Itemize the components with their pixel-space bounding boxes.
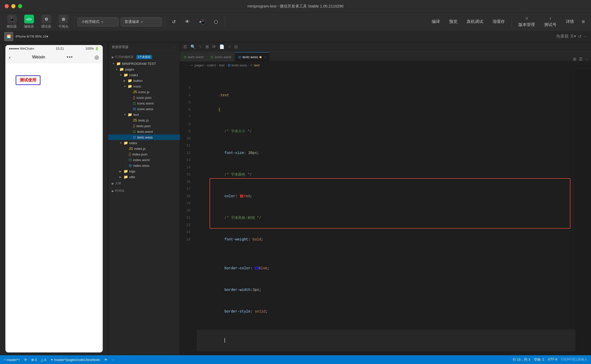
folder-iconc[interactable]: ▼ 📁 iconc [108, 83, 180, 89]
phone-more-icon[interactable]: ••• [67, 55, 73, 60]
search-icon[interactable]: 🔍 [189, 44, 197, 50]
branch-indicator[interactable]: ⑂ master*+ [4, 358, 20, 362]
code-line-5: font-size: 20px; [197, 142, 576, 164]
hamburger-icon[interactable]: ☰ [182, 44, 188, 50]
error-indicator[interactable]: ⊗ 0 [31, 358, 37, 362]
file-iconc-wxml[interactable]: ▶ ⊡ iconc.wxml [108, 100, 180, 106]
more-indicator[interactable]: ··· [112, 358, 115, 362]
folder-utils[interactable]: ▶ 📁 utils [108, 174, 180, 180]
compile-dropdown[interactable]: 普通编译 ▼ [121, 17, 162, 27]
mode-dropdown[interactable]: 小程序模式 ▼ [77, 17, 119, 27]
simulator-button[interactable]: 📱 模拟器 [4, 14, 19, 30]
nav-forward[interactable]: → [189, 63, 194, 68]
js-icon: JS [133, 90, 137, 94]
refresh-button[interactable]: ↺ [168, 18, 179, 26]
outline-section[interactable]: ▶ 大纲 [108, 180, 180, 187]
debugger-button[interactable]: ⚙ 调试器 [39, 14, 54, 30]
breadcrumb-selector[interactable]: ⑂ .text [250, 63, 259, 67]
file-index-json[interactable]: ▶ {} index.json [108, 151, 180, 157]
file-iconc-json[interactable]: ▶ {} iconc.json [108, 95, 180, 100]
file-textc-wxml[interactable]: ▶ ⊡ textc.wxml [108, 129, 180, 134]
nav-back[interactable]: ← [184, 63, 188, 68]
textc-wxml-label: textc.wxml [137, 130, 153, 134]
breadcrumb-text[interactable]: text [219, 63, 225, 67]
spaces-indicator[interactable]: 空格: 2 [534, 357, 544, 362]
code-editor[interactable]: .text { /* 字体大小 */ font-size: 20px; /* 字… [193, 69, 576, 355]
hot-reload-label[interactable]: 热重载 关▾ [556, 34, 576, 39]
file-index-js[interactable]: ▶ JS index.js [108, 146, 180, 151]
folder-index[interactable]: ▼ 📁 index [108, 140, 180, 146]
file-tree: ▶ 打开的编辑器 1个未保存 ▼ 📁 MINIPROGRAM-TEST ▼ 📁 … [108, 52, 180, 355]
file-iconc-js[interactable]: ▶ JS iconc.js [108, 89, 180, 95]
split-icon[interactable]: ⊞ [204, 44, 210, 50]
layers-button[interactable]: ⬡ [210, 18, 222, 26]
iconc-wxss-label: iconc.wxss [137, 107, 153, 111]
json-icon: {} [133, 96, 135, 100]
code-line-16: /* 内边距 */ [197, 351, 576, 355]
version-btn[interactable]: ⑂ 版本管理 [515, 15, 538, 29]
file-panel-more[interactable]: ··· [173, 45, 176, 49]
maximize-button[interactable] [18, 4, 22, 8]
warning-indicator[interactable]: △ 0 [41, 358, 46, 362]
timeline-section[interactable]: ▶ 时间线 [108, 187, 180, 195]
folder-button[interactable]: ▶ 📁 button [108, 78, 180, 83]
tab-more-icon[interactable]: ··· [585, 57, 588, 62]
device-selector[interactable]: iPhone 6/7/8 85% 16▾ [15, 34, 48, 38]
eye-button[interactable]: 👁 [181, 18, 193, 25]
split-editor-icon[interactable]: ⊞ [573, 57, 576, 62]
folder-logs[interactable]: ▶ 📁 logs [108, 168, 180, 174]
file-index-wxss[interactable]: ▶ ⊟ index.wxss [108, 163, 180, 168]
file-textc-json[interactable]: ▶ {} textc.json [108, 123, 180, 129]
breadcrumb-code1[interactable]: code1 [207, 63, 216, 67]
phone-back-icon[interactable]: ‹ [9, 54, 11, 60]
tab-textc-wxml[interactable]: ⊡ textc.wxml [180, 52, 207, 62]
encoding-indicator[interactable]: UTF-8 [548, 357, 557, 362]
visual-button[interactable]: ⊞ 可视化 [56, 14, 71, 30]
editor-label: 编辑器 [24, 24, 34, 29]
open-editors-arrow: ▶ [112, 55, 114, 59]
minimize-button[interactable] [11, 4, 15, 8]
file-textc-js[interactable]: ▶ JS textc.js [108, 117, 180, 123]
hamburger-button[interactable]: ≡ [580, 18, 587, 26]
file-icon[interactable]: 📄 [218, 44, 225, 50]
editor-button[interactable]: </> 编辑器 [21, 14, 37, 30]
sync-indicator[interactable]: ⟳ [24, 358, 27, 362]
simulator-icon: 📱 [7, 15, 17, 23]
code-area[interactable]: 3 4 5 6 7 8 9 10 11 12 13 14 15 16 17 18… [180, 69, 591, 355]
open-editors-section[interactable]: ▶ 打开的编辑器 1个未保存 [108, 53, 180, 61]
breadcrumb-file[interactable]: textc.wxss [232, 63, 247, 67]
remote-debug-btn[interactable]: 真机调试 [463, 18, 487, 25]
more-icon[interactable]: ··· [584, 34, 587, 39]
project-root[interactable]: ▼ 📁 MINIPROGRAM-TEST [108, 61, 180, 66]
clear-cache-btn[interactable]: 清缓存 [489, 18, 508, 25]
sidebar-toggle-icon[interactable]: ☰ [579, 57, 583, 62]
index-folder-icon: 📁 [124, 141, 128, 145]
tab-close-icon[interactable]: × [264, 56, 266, 59]
folder-text[interactable]: ▼ 📁 text [108, 112, 180, 117]
editor-icon: </> [24, 15, 34, 23]
fork-icon[interactable]: ⑂ [227, 44, 232, 50]
branch-icon[interactable]: ⑂ [198, 44, 203, 50]
sync-icon[interactable]: ⟳ [211, 44, 217, 50]
folder-pages[interactable]: ▼ 📁 pages [108, 66, 180, 72]
tab-iconc-wxml[interactable]: ⊡ iconc.wxml [207, 52, 235, 62]
test-btn[interactable]: ↑ 测试号 [541, 15, 560, 29]
device-button[interactable]: 📲 [195, 18, 208, 26]
watermark-text: CSDN©笔记的输入 [561, 357, 587, 362]
code-line-11: border-color: blue; [197, 257, 576, 279]
file-textc-wxss[interactable]: ▶ ⊟ textc.wxss [108, 134, 180, 140]
folder-code1[interactable]: ▼ 📁 code1 [108, 72, 180, 78]
file-iconc-wxss[interactable]: ▶ ⊟ iconc.wxss [108, 106, 180, 112]
code-line-3: .text { [197, 84, 576, 120]
compile-action-btn[interactable]: 编译 [428, 18, 444, 25]
panel-icon[interactable]: ⊟ [233, 44, 239, 50]
position-indicator[interactable]: 行 15，列 3 [513, 357, 530, 362]
preview-btn[interactable]: 预览 [446, 18, 461, 25]
details-btn[interactable]: 详情 [562, 18, 578, 25]
tab-textc-wxss[interactable]: ⊟ textc.wxss × [235, 52, 269, 62]
eye-indicator[interactable]: 👁 [104, 358, 108, 362]
close-button[interactable] [5, 4, 9, 8]
breadcrumb-pages[interactable]: pages [195, 63, 204, 67]
phone-content: 测试使用 [5, 63, 103, 140]
file-index-wxml[interactable]: ▶ ⊡ index.wxml [108, 157, 180, 163]
